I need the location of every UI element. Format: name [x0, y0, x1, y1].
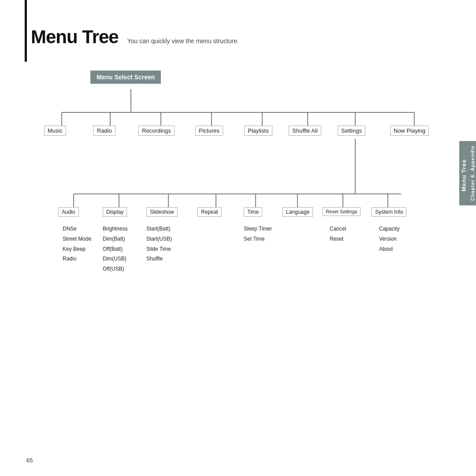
- l2-language: Language: [283, 207, 313, 217]
- time-sub-sleep-timer: Sleep Timer: [244, 224, 272, 234]
- l1-music: Music: [44, 126, 66, 136]
- sysinfo-sub-about: About: [379, 244, 400, 254]
- menu-tree-tab-label: Menu Tree: [461, 159, 467, 191]
- slideshow-subitems: Start(Batt) Start(USB) Slide Time Shuffl…: [146, 224, 172, 264]
- audio-sub-radio: Radio: [63, 254, 91, 264]
- l2-audio: Audio: [58, 207, 79, 217]
- display-sub-dim-usb: Dim(USB): [103, 254, 128, 264]
- l2-system-info: System Info: [372, 207, 406, 217]
- reset-sub-cancel: Cancel: [330, 224, 346, 234]
- page-title: Menu Tree: [31, 26, 119, 48]
- l2-reset-settings: Reset Settings: [323, 207, 361, 216]
- audio-sub-dnse: DNSe: [63, 224, 91, 234]
- slideshow-sub-start-batt: Start(Batt): [146, 224, 172, 234]
- l2-repeat: Repeat: [197, 207, 222, 217]
- slideshow-sub-start-usb: Start(USB): [146, 234, 172, 244]
- sysinfo-subitems: Capacity Version About: [379, 224, 400, 254]
- display-subitems: Brightness Dim(Batt) Off(Batt) Dim(USB) …: [103, 224, 128, 274]
- l2-display: Display: [103, 207, 127, 217]
- l2-time: Time: [244, 207, 262, 217]
- l1-playlists: Playlists: [244, 126, 272, 136]
- root-node: Menu Select Screen: [90, 71, 161, 84]
- l1-radio: Radio: [93, 126, 115, 136]
- audio-sub-street-mode: Street Mode: [63, 234, 91, 244]
- reset-subitems: Cancel Reset: [330, 224, 346, 244]
- slideshow-sub-slide-time: Slide Time: [146, 244, 172, 254]
- tree-lines-svg: [26, 66, 454, 375]
- time-subitems: Sleep Timer Set Time: [244, 224, 272, 244]
- sysinfo-sub-capacity: Capacity: [379, 224, 400, 234]
- l1-pictures: Pictures: [195, 126, 223, 136]
- left-bar: [25, 0, 27, 62]
- audio-sub-key-beep: Key Beep: [63, 244, 91, 254]
- l2-slideshow: Slideshow: [146, 207, 178, 217]
- slideshow-sub-shuffle: Shuffle: [146, 254, 172, 264]
- reset-sub-reset: Reset: [330, 234, 346, 244]
- l1-shuffle-all: Shuffle All: [289, 126, 321, 136]
- l1-now-playing: Now Playing: [390, 126, 429, 136]
- chapter-label: Chapter 6. Appendix: [470, 145, 475, 201]
- time-sub-set-time: Set Time: [244, 234, 272, 244]
- display-sub-brightness: Brightness: [103, 224, 128, 234]
- page-subtitle: You can quickly view the menu structure.: [127, 37, 239, 45]
- l1-settings: Settings: [338, 126, 365, 136]
- chapter-tab: Chapter 6. Appendix Menu Tree: [459, 141, 476, 205]
- l1-recordings: Recordings: [138, 126, 175, 136]
- page-number: 65: [26, 457, 33, 464]
- sysinfo-sub-version: Version: [379, 234, 400, 244]
- display-sub-off-batt: Off(Batt): [103, 244, 128, 254]
- display-sub-dim-batt: Dim(Batt): [103, 234, 128, 244]
- header: Menu Tree You can quickly view the menu …: [31, 26, 239, 48]
- audio-subitems: DNSe Street Mode Key Beep Radio: [63, 224, 91, 264]
- display-sub-off-usb: Off(USB): [103, 264, 128, 274]
